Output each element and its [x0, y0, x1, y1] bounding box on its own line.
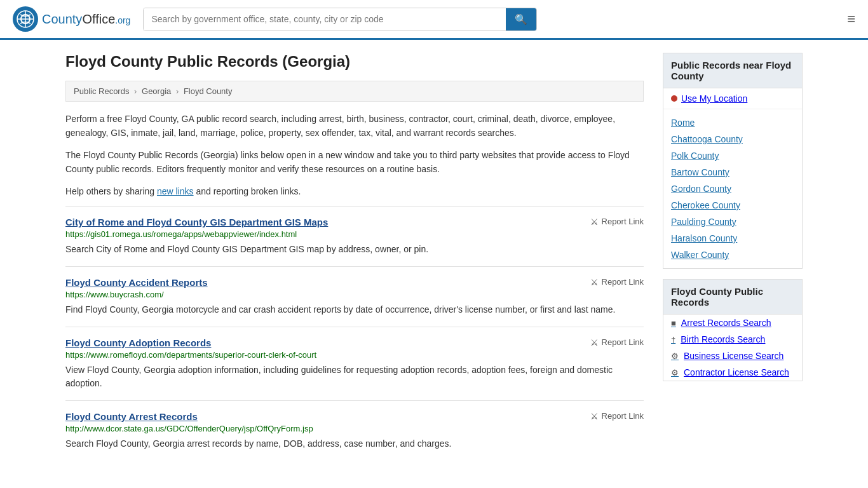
description-1: Perform a free Floyd County, GA public r…	[65, 112, 644, 140]
nearby-link[interactable]: Chattooga County	[671, 131, 794, 147]
breadcrumb-georgia[interactable]: Georgia	[142, 86, 171, 96]
county-record-item[interactable]: †Birth Records Search	[663, 331, 802, 348]
record-type-icon: ■	[671, 318, 676, 328]
description-3-post: and reporting broken links.	[194, 186, 301, 196]
sidebar: Public Records near Floyd County Use My …	[663, 53, 803, 461]
record-url: https://gis01.romega.us/romega/apps/weba…	[65, 229, 644, 239]
breadcrumb-floyd-county[interactable]: Floyd County	[184, 86, 233, 96]
page-title: Floyd County Public Records (Georgia)	[65, 53, 644, 71]
report-link[interactable]: ⚔ Report Link	[590, 217, 644, 227]
breadcrumb-public-records[interactable]: Public Records	[74, 86, 129, 96]
record-desc: Find Floyd County, Georgia motorcycle an…	[65, 303, 644, 316]
logo-text: CountyOffice.org	[42, 12, 130, 27]
record-type-icon: †	[671, 335, 675, 344]
report-icon: ⚔	[590, 411, 599, 421]
nearby-link[interactable]: Paulding County	[671, 214, 794, 230]
logo[interactable]: CountyOffice.org	[13, 6, 130, 32]
nearby-link[interactable]: Rome	[671, 114, 794, 131]
nearby-section: Public Records near Floyd County Use My …	[663, 53, 803, 269]
record-title[interactable]: City of Rome and Floyd County GIS Depart…	[65, 217, 328, 227]
description-3-pre: Help others by sharing	[65, 186, 157, 196]
record-header: Floyd County Accident Reports ⚔ Report L…	[65, 277, 644, 288]
record-item: Floyd County Adoption Records ⚔ Report L…	[65, 327, 644, 400]
use-location-link[interactable]: Use My Location	[681, 93, 747, 104]
report-icon: ⚔	[590, 217, 599, 227]
location-icon	[671, 95, 677, 102]
record-type-icon: ⚙	[671, 368, 679, 377]
record-desc: Search Floyd County, Georgia arrest reco…	[65, 437, 644, 451]
records-list: City of Rome and Floyd County GIS Depart…	[65, 206, 644, 461]
record-url: https://www.romefloyd.com/departments/su…	[65, 350, 644, 360]
record-header: City of Rome and Floyd County GIS Depart…	[65, 217, 644, 227]
new-links-link[interactable]: new links	[157, 186, 194, 196]
county-record-link[interactable]: Arrest Records Search	[681, 318, 771, 328]
record-item: Floyd County Arrest Records ⚔ Report Lin…	[65, 400, 644, 461]
record-title[interactable]: Floyd County Adoption Records	[65, 337, 211, 348]
nearby-links: RomeChattooga CountyPolk CountyBartow Co…	[663, 109, 802, 268]
nearby-link[interactable]: Haralson County	[671, 230, 794, 247]
nearby-link[interactable]: Bartow County	[671, 164, 794, 180]
breadcrumb: Public Records › Georgia › Floyd County	[65, 81, 644, 102]
nearby-section-title: Public Records near Floyd County	[663, 53, 802, 88]
use-location[interactable]: Use My Location	[663, 88, 802, 109]
record-desc: View Floyd County, Georgia adoption info…	[65, 363, 644, 390]
record-title[interactable]: Floyd County Accident Reports	[65, 277, 208, 288]
record-desc: Search City of Rome and Floyd County GIS…	[65, 243, 644, 256]
report-link[interactable]: ⚔ Report Link	[590, 277, 644, 287]
county-records-title: Floyd County Public Records	[663, 280, 802, 315]
breadcrumb-sep1: ›	[134, 86, 137, 96]
nearby-link[interactable]: Cherokee County	[671, 197, 794, 214]
county-record-item[interactable]: ⚙Contractor License Search	[663, 364, 802, 381]
record-type-icon: ⚙	[671, 351, 679, 361]
county-records-links: ■Arrest Records Search†Birth Records Sea…	[663, 315, 802, 381]
content-area: Floyd County Public Records (Georgia) Pu…	[65, 53, 644, 461]
county-record-item[interactable]: ■Arrest Records Search	[663, 315, 802, 331]
county-record-item[interactable]: ⚙Business License Search	[663, 348, 802, 364]
menu-icon[interactable]: ≡	[847, 11, 855, 27]
main-container: Floyd County Public Records (Georgia) Pu…	[53, 40, 815, 473]
description-2: The Floyd County Public Records (Georgia…	[65, 148, 644, 177]
record-header: Floyd County Adoption Records ⚔ Report L…	[65, 337, 644, 348]
nearby-link[interactable]: Walker County	[671, 247, 794, 263]
record-url: https://www.buycrash.com/	[65, 290, 644, 299]
county-record-link[interactable]: Business License Search	[684, 351, 783, 361]
search-button[interactable]: 🔍	[506, 8, 536, 30]
report-icon: ⚔	[590, 337, 599, 348]
record-title[interactable]: Floyd County Arrest Records	[65, 411, 198, 422]
search-input[interactable]	[144, 8, 506, 30]
report-icon: ⚔	[590, 277, 599, 287]
nearby-link[interactable]: Polk County	[671, 147, 794, 164]
description-3: Help others by sharing new links and rep…	[65, 184, 644, 198]
record-item: Floyd County Accident Reports ⚔ Report L…	[65, 266, 644, 327]
breadcrumb-sep2: ›	[176, 86, 179, 96]
header: CountyOffice.org 🔍 ≡	[0, 0, 868, 40]
county-record-link[interactable]: Contractor License Search	[684, 367, 789, 377]
nearby-link[interactable]: Gordon County	[671, 180, 794, 197]
county-records-section: Floyd County Public Records ■Arrest Reco…	[663, 279, 803, 381]
record-header: Floyd County Arrest Records ⚔ Report Lin…	[65, 411, 644, 422]
record-url: http://www.dcor.state.ga.us/GDC/Offender…	[65, 424, 644, 433]
logo-icon	[13, 6, 38, 32]
record-item: City of Rome and Floyd County GIS Depart…	[65, 206, 644, 266]
report-link[interactable]: ⚔ Report Link	[590, 411, 644, 421]
report-link[interactable]: ⚔ Report Link	[590, 337, 644, 348]
search-bar: 🔍	[143, 8, 537, 31]
county-record-link[interactable]: Birth Records Search	[681, 334, 765, 344]
